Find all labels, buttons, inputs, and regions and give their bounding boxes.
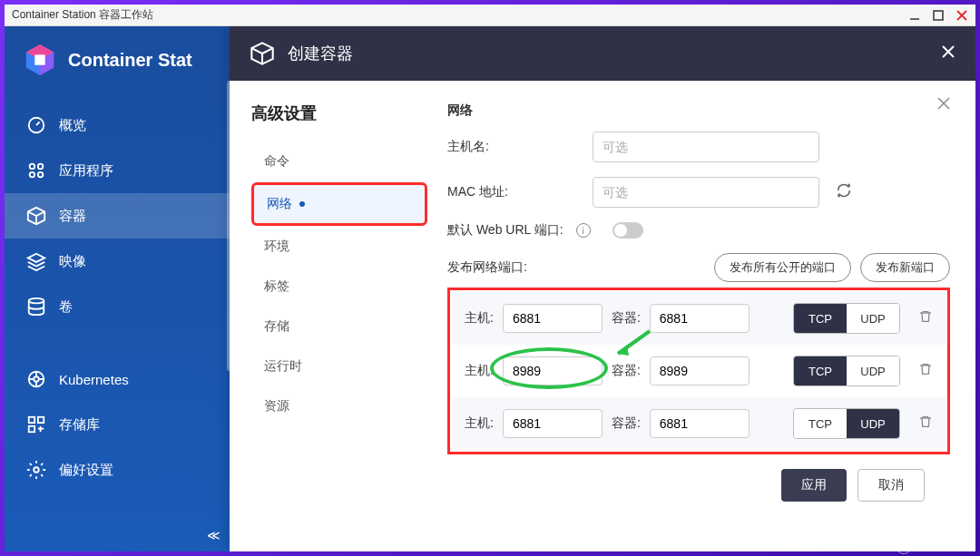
cancel-button[interactable]: 取消 xyxy=(858,469,925,502)
tcp-button[interactable]: TCP xyxy=(794,409,847,438)
container-port-input[interactable] xyxy=(650,409,750,438)
modal-close-button[interactable] xyxy=(941,44,956,63)
apply-button[interactable]: 应用 xyxy=(781,469,847,502)
sidebar-header: Container Stat xyxy=(5,26,230,93)
sidebar-item-repository[interactable]: 存储库 xyxy=(5,402,230,447)
tab-label: 标签 xyxy=(264,278,289,295)
tcp-button[interactable]: TCP xyxy=(794,304,847,333)
helm-icon xyxy=(26,369,46,389)
sidebar-item-label: 卷 xyxy=(59,298,73,316)
panel-close-button[interactable] xyxy=(937,97,950,113)
svg-line-9 xyxy=(36,122,40,125)
sidebar-item-volumes[interactable]: 卷 xyxy=(5,284,230,329)
modal-title: 创建容器 xyxy=(288,43,353,64)
tab-label: 存储 xyxy=(264,318,289,335)
hostname-row: 主机名: xyxy=(447,132,950,162)
tab-label: 命令 xyxy=(264,153,289,170)
apps-icon xyxy=(26,161,46,180)
tab-runtime[interactable]: 运行时 xyxy=(251,347,427,385)
svg-rect-28 xyxy=(29,426,34,432)
svg-rect-27 xyxy=(38,417,44,423)
collapse-sidebar-button[interactable]: ≪ xyxy=(207,528,220,542)
web-url-toggle[interactable] xyxy=(612,222,643,239)
publish-label: 发布网络端口: xyxy=(447,259,583,276)
sidebar-item-containers[interactable]: 容器 xyxy=(5,193,230,239)
sidebar-item-preferences[interactable]: 偏好设置 xyxy=(5,447,230,493)
sidebar-item-applications[interactable]: 应用程序 xyxy=(5,148,230,193)
sidebar-item-kubernetes[interactable]: Kubernetes xyxy=(5,356,230,402)
container-port-input[interactable] xyxy=(650,304,750,333)
maximize-button[interactable] xyxy=(932,9,945,22)
svg-rect-1 xyxy=(934,11,943,20)
svg-point-12 xyxy=(30,172,35,178)
tab-storage[interactable]: 存储 xyxy=(251,307,427,346)
mac-label: MAC 地址: xyxy=(447,184,583,200)
svg-marker-18 xyxy=(28,254,44,262)
app-logo-icon xyxy=(23,43,57,77)
info-icon[interactable]: i xyxy=(576,223,591,238)
svg-line-33 xyxy=(251,48,262,54)
svg-line-15 xyxy=(28,211,36,216)
protocol-group: TCP UDP xyxy=(793,408,900,439)
port-row: 主机: 容器: TCP UDP xyxy=(452,292,946,345)
layers-icon xyxy=(26,251,46,271)
close-button[interactable] xyxy=(956,9,968,22)
delete-row-button[interactable] xyxy=(918,362,933,380)
sidebar-item-images[interactable]: 映像 xyxy=(5,239,230,284)
delete-row-button[interactable] xyxy=(918,415,933,433)
port-row: 主机: 容器: TCP UDP xyxy=(452,345,946,397)
settings-tabs: 命令 网络 环境 标签 存储 运行时 资源 xyxy=(251,142,427,425)
modal-footer: 应用 取消 xyxy=(447,454,950,516)
svg-point-11 xyxy=(38,164,44,170)
mac-row: MAC 地址: xyxy=(447,177,950,208)
sidebar-item-label: 应用程序 xyxy=(59,162,113,180)
mac-input[interactable] xyxy=(593,177,819,208)
publish-all-button[interactable]: 发布所有公开的端口 xyxy=(714,253,851,282)
hostname-input[interactable] xyxy=(593,132,819,162)
host-label: 主机: xyxy=(465,363,494,379)
minimize-button[interactable] xyxy=(908,9,921,22)
tab-environment[interactable]: 环境 xyxy=(251,228,427,266)
titlebar: Container Station 容器工作站 xyxy=(5,5,975,26)
container-port-input[interactable] xyxy=(650,356,750,385)
cube-icon xyxy=(26,206,46,226)
refresh-mac-button[interactable] xyxy=(836,182,852,202)
host-port-input[interactable] xyxy=(503,409,603,438)
svg-rect-26 xyxy=(29,417,34,423)
udp-button[interactable]: UDP xyxy=(847,356,899,385)
svg-point-19 xyxy=(29,298,44,304)
svg-point-21 xyxy=(34,376,39,382)
svg-point-10 xyxy=(30,164,35,170)
port-row: 主机: 容器: TCP UDP xyxy=(452,397,946,450)
container-label: 容器: xyxy=(612,415,641,432)
udp-button[interactable]: UDP xyxy=(847,409,899,438)
settings-panel: 高级设置 命令 网络 环境 标签 存储 运行时 资源 xyxy=(230,81,438,551)
database-icon xyxy=(26,297,46,317)
protocol-group: TCP UDP xyxy=(793,303,900,334)
publish-new-button[interactable]: 发布新端口 xyxy=(860,253,950,282)
svg-line-34 xyxy=(262,48,273,54)
window-title: Container Station 容器工作站 xyxy=(12,7,153,23)
delete-row-button[interactable] xyxy=(918,309,933,327)
sidebar-nav: 概览 应用程序 容器 映像 卷 xyxy=(5,93,230,551)
hostname-label: 主机名: xyxy=(447,139,583,155)
host-port-input[interactable] xyxy=(503,304,603,333)
create-container-modal: 创建容器 高级设置 命令 网络 环境 标签 存储 xyxy=(230,26,975,551)
section-heading: 网络 xyxy=(447,102,950,119)
svg-point-31 xyxy=(34,467,39,473)
sidebar-item-overview[interactable]: 概览 xyxy=(5,102,230,148)
sidebar-item-label: 概览 xyxy=(59,117,86,134)
udp-button[interactable]: UDP xyxy=(847,304,899,333)
tab-label: 资源 xyxy=(264,398,289,415)
settings-title: 高级设置 xyxy=(251,102,317,124)
sidebar: Container Stat 概览 应用程序 容器 映像 xyxy=(5,26,230,551)
tab-command[interactable]: 命令 xyxy=(251,142,427,180)
window-controls xyxy=(908,9,968,22)
container-label: 容器: xyxy=(612,363,641,379)
host-port-input[interactable] xyxy=(503,356,603,385)
tab-resources[interactable]: 资源 xyxy=(251,387,427,425)
tab-labels[interactable]: 标签 xyxy=(251,268,427,306)
tcp-button[interactable]: TCP xyxy=(794,356,847,385)
tab-network[interactable]: 网络 xyxy=(251,182,427,226)
app-name: Container Stat xyxy=(68,50,192,71)
